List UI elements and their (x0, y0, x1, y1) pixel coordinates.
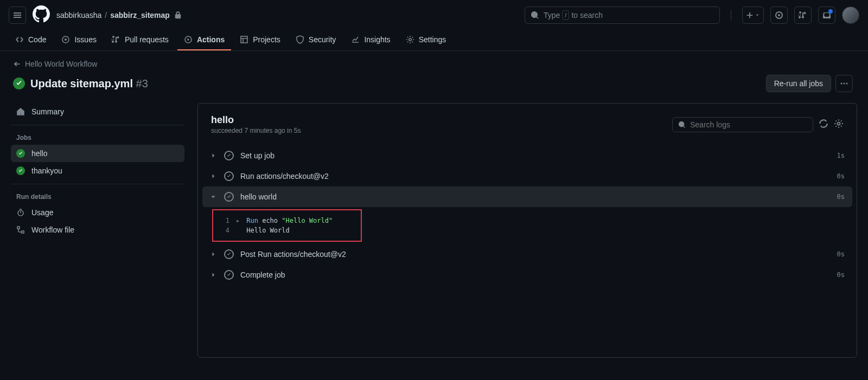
caret-down-icon (755, 12, 760, 18)
sidebar-details-heading: Run details (11, 190, 184, 204)
sidebar-summary-label: Summary (31, 107, 64, 116)
expand-arrow-icon[interactable]: ▸ (236, 217, 240, 224)
breadcrumb-owner[interactable]: sabbirkuasha (56, 11, 101, 20)
tab-pulls[interactable]: Pull requests (105, 30, 175, 50)
step-status-success-icon (224, 192, 234, 202)
github-logo[interactable] (33, 5, 50, 24)
svg-point-5 (841, 83, 843, 85)
step-duration: 0s (837, 271, 845, 279)
svg-rect-10 (22, 231, 24, 233)
log-search-field[interactable] (690, 120, 807, 129)
sidebar: Summary Jobs hello thankyou Run details … (11, 103, 184, 358)
sidebar-usage[interactable]: Usage (11, 204, 184, 221)
stopwatch-icon (16, 208, 25, 217)
back-to-workflow-link[interactable]: Hello World Workflow (13, 60, 855, 68)
log-line-number: 4 (223, 227, 229, 234)
shield-icon (296, 35, 304, 44)
divider (731, 10, 731, 21)
sidebar-job-hello[interactable]: hello (11, 145, 184, 162)
repo-nav: Code Issues Pull requests Actions Projec… (0, 30, 868, 51)
log-panel: hello succeeded 7 minutes ago in 5s (197, 103, 857, 358)
job-status-success-icon (16, 166, 25, 175)
tab-security[interactable]: Security (289, 30, 343, 50)
notifications-button[interactable] (818, 7, 835, 24)
hamburger-menu-button[interactable] (9, 7, 26, 24)
svg-point-7 (846, 83, 848, 85)
step-duration: 0s (837, 250, 845, 258)
refresh-logs-button[interactable] (819, 119, 828, 130)
log-job-title: hello (211, 114, 301, 126)
more-actions-button[interactable] (835, 75, 853, 92)
run-number: #3 (136, 78, 148, 89)
log-line-number: 1 (223, 217, 229, 224)
back-link-label: Hello World Workflow (25, 60, 97, 68)
chevron-right-icon (210, 173, 216, 179)
pull-request-icon (799, 11, 807, 20)
breadcrumb-separator: / (105, 11, 107, 20)
step-name: Set up job (240, 151, 831, 160)
sidebar-workflow-file[interactable]: Workflow file (11, 221, 184, 239)
sidebar-job-thankyou[interactable]: thankyou (11, 162, 184, 179)
sidebar-job-label: hello (31, 149, 48, 158)
chevron-right-icon (210, 272, 216, 278)
log-job-subtitle: succeeded 7 minutes ago in 5s (211, 127, 301, 134)
log-search-input[interactable] (672, 117, 813, 132)
sidebar-summary[interactable]: Summary (11, 103, 184, 120)
step-status-success-icon (224, 270, 234, 280)
svg-point-4 (409, 38, 411, 41)
svg-point-11 (838, 123, 840, 125)
plus-icon (746, 11, 754, 19)
tab-pulls-label: Pull requests (125, 35, 169, 44)
log-line-text: Run echo "Hello World" (246, 217, 333, 224)
tab-projects[interactable]: Projects (233, 30, 287, 50)
sync-icon (819, 119, 828, 128)
step-status-success-icon (224, 151, 234, 160)
breadcrumb-repo[interactable]: sabbirz_sitemap (110, 11, 170, 20)
home-icon (16, 107, 25, 116)
tab-insights-label: Insights (364, 35, 390, 44)
step-duration: 0s (837, 193, 845, 201)
svg-rect-3 (241, 36, 247, 43)
gear-icon (834, 119, 844, 128)
step-name: hello world (240, 192, 831, 201)
tab-actions[interactable]: Actions (177, 30, 231, 50)
kebab-icon (840, 79, 848, 88)
search-icon (678, 121, 686, 128)
tab-actions-label: Actions (197, 35, 225, 44)
step-row[interactable]: Complete job 0s (202, 265, 852, 285)
issues-global-button[interactable] (770, 7, 788, 24)
step-row[interactable]: Set up job 1s (202, 145, 852, 166)
step-status-success-icon (224, 171, 234, 181)
log-settings-button[interactable] (834, 119, 844, 130)
tab-code-label: Code (28, 35, 46, 44)
search-icon (531, 11, 539, 20)
step-duration: 0s (837, 172, 845, 180)
create-new-button[interactable] (742, 7, 764, 24)
tab-insights[interactable]: Insights (344, 30, 397, 50)
step-row[interactable]: Post Run actions/checkout@v2 0s (202, 244, 852, 265)
global-search[interactable]: Type / to search (525, 7, 720, 24)
search-kbd: / (562, 10, 569, 20)
code-icon (15, 35, 24, 44)
tab-projects-label: Projects (253, 35, 280, 44)
tab-issues-label: Issues (74, 35, 96, 44)
step-row-expanded[interactable]: hello world 0s (202, 186, 852, 207)
user-avatar[interactable] (842, 7, 859, 24)
log-line-text: Hello World (246, 227, 289, 234)
svg-point-6 (844, 83, 845, 85)
step-row[interactable]: Run actions/checkout@v2 0s (202, 166, 852, 186)
tab-settings[interactable]: Settings (399, 30, 453, 50)
step-name: Post Run actions/checkout@v2 (240, 250, 831, 259)
tab-settings-label: Settings (419, 35, 446, 44)
pull-requests-global-button[interactable] (794, 7, 812, 24)
log-output: 1 ▸ Run echo "Hello World" 4 ▸ Hello Wor… (212, 209, 362, 242)
tab-code[interactable]: Code (9, 30, 53, 50)
rerun-all-jobs-button[interactable]: Re-run all jobs (766, 75, 831, 92)
log-line: 4 ▸ Hello World (213, 226, 361, 235)
hamburger-icon (13, 11, 22, 20)
tab-issues[interactable]: Issues (55, 30, 103, 50)
pull-request-icon (112, 35, 120, 44)
notification-indicator (828, 9, 833, 14)
graph-icon (351, 35, 360, 44)
svg-rect-9 (17, 227, 20, 229)
